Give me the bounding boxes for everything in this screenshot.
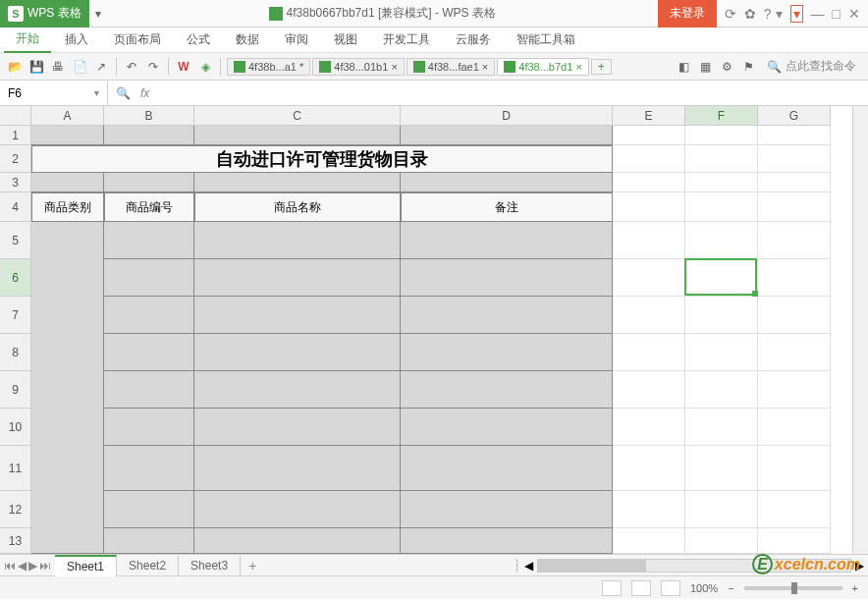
- zoom-value[interactable]: 100%: [690, 582, 718, 594]
- sheet-last-icon[interactable]: ⏭: [39, 559, 51, 573]
- cell-E13[interactable]: [613, 528, 685, 554]
- row-header-8[interactable]: 8: [0, 334, 31, 371]
- row-header-10[interactable]: 10: [0, 409, 31, 446]
- ribbon-tab-smart[interactable]: 智能工具箱: [505, 27, 587, 52]
- row-header-9[interactable]: 9: [0, 371, 31, 409]
- cell-C9[interactable]: [194, 371, 401, 409]
- ribbon-tab-start[interactable]: 开始: [4, 27, 51, 53]
- row-header-13[interactable]: 13: [0, 528, 31, 554]
- cell-C11[interactable]: [194, 446, 401, 491]
- export-icon[interactable]: ↗: [92, 58, 110, 76]
- ribbon-tab-formula[interactable]: 公式: [175, 27, 222, 52]
- cell-E6[interactable]: [613, 259, 685, 297]
- cell-G3[interactable]: [758, 173, 831, 192]
- cell-C7[interactable]: [194, 297, 401, 334]
- cell-B10[interactable]: [104, 409, 194, 446]
- cell-D9[interactable]: [401, 371, 613, 409]
- settings-icon[interactable]: ▦: [696, 58, 714, 76]
- cell-E8[interactable]: [613, 334, 685, 371]
- row-header-12[interactable]: 12: [0, 491, 31, 528]
- cell-A7[interactable]: [31, 297, 104, 334]
- ribbon-toggle-icon[interactable]: ▾: [790, 5, 803, 23]
- cell-E2[interactable]: [613, 145, 685, 173]
- view-normal-icon[interactable]: [602, 580, 622, 596]
- cell-F5[interactable]: [685, 222, 758, 259]
- close-button[interactable]: ✕: [848, 6, 860, 22]
- cell-A6[interactable]: [31, 259, 104, 297]
- view-break-icon[interactable]: [661, 580, 680, 596]
- col-header-E[interactable]: E: [613, 106, 685, 126]
- wps-w-icon[interactable]: W: [175, 58, 192, 76]
- name-box-dropdown-icon[interactable]: ▾: [94, 87, 99, 98]
- fx-search-icon[interactable]: 🔍: [116, 86, 131, 100]
- cell-B8[interactable]: [104, 334, 194, 371]
- cell-A11[interactable]: [31, 446, 104, 491]
- hscroll-thumb[interactable]: [538, 560, 646, 572]
- row-header-7[interactable]: 7: [0, 297, 31, 334]
- cell-G7[interactable]: [758, 297, 831, 334]
- app-badge[interactable]: S WPS 表格: [0, 0, 89, 27]
- doc-tab[interactable]: 4f38...01b1 ×: [312, 58, 405, 76]
- cell-B7[interactable]: [104, 297, 194, 334]
- row-header-11[interactable]: 11: [0, 446, 31, 491]
- name-box[interactable]: F6 ▾: [0, 81, 108, 105]
- cell-D7[interactable]: [401, 297, 613, 334]
- doc-tab[interactable]: 4f38...fae1 ×: [407, 58, 495, 76]
- cell-G4[interactable]: [758, 192, 831, 222]
- cell-F11[interactable]: [685, 446, 758, 491]
- cell-C13[interactable]: [194, 528, 401, 554]
- cell-E12[interactable]: [613, 491, 685, 528]
- cell-C5[interactable]: [194, 222, 401, 259]
- cell-B13[interactable]: [104, 528, 194, 554]
- print-icon[interactable]: 🖶: [49, 58, 67, 76]
- command-search[interactable]: 🔍 点此查找命令: [761, 58, 862, 75]
- cube-icon[interactable]: ◈: [196, 58, 214, 76]
- ribbon-tab-data[interactable]: 数据: [224, 27, 271, 52]
- sheet-tab-2[interactable]: Sheet2: [117, 556, 179, 575]
- cell-G9[interactable]: [758, 371, 831, 409]
- ribbon-tab-layout[interactable]: 页面布局: [102, 27, 173, 52]
- col-header-F[interactable]: F: [685, 106, 758, 126]
- cell-A5[interactable]: [31, 222, 104, 259]
- cell-A9[interactable]: [31, 371, 104, 409]
- cell-E11[interactable]: [613, 446, 685, 491]
- sync-icon[interactable]: ⟳: [725, 6, 736, 22]
- cell-A8[interactable]: [31, 334, 104, 371]
- cell-C3[interactable]: [194, 173, 401, 192]
- cell-G6[interactable]: [758, 259, 831, 297]
- save-icon[interactable]: 💾: [27, 58, 45, 76]
- sheet-prev-icon[interactable]: ◀: [18, 559, 27, 573]
- row-header-3[interactable]: 3: [0, 173, 31, 192]
- sheet-first-icon[interactable]: ⏮: [4, 559, 16, 573]
- ribbon-tab-dev[interactable]: 开发工具: [371, 27, 442, 52]
- cell-D8[interactable]: [401, 334, 613, 371]
- cell-G13[interactable]: [758, 528, 831, 554]
- cell-E5[interactable]: [613, 222, 685, 259]
- cell-F1[interactable]: [685, 126, 758, 145]
- cell-G12[interactable]: [758, 491, 831, 528]
- cell-A12[interactable]: [31, 491, 104, 528]
- cell-F8[interactable]: [685, 334, 758, 371]
- cell-A2[interactable]: 自动进口许可管理货物目录: [31, 145, 613, 173]
- undo-icon[interactable]: ↶: [123, 58, 140, 76]
- cell-C1[interactable]: [194, 126, 401, 145]
- cell-B4[interactable]: 商品编号: [104, 192, 194, 222]
- cell-B3[interactable]: [104, 173, 194, 192]
- sheet-tab-3[interactable]: Sheet3: [179, 556, 241, 575]
- login-button[interactable]: 未登录: [658, 0, 717, 27]
- cell-G8[interactable]: [758, 334, 831, 371]
- cells-grid[interactable]: 自动进口许可管理货物目录商品类别商品编号商品名称备注: [31, 126, 831, 554]
- cell-A4[interactable]: 商品类别: [31, 192, 104, 222]
- cell-F13[interactable]: [685, 528, 758, 554]
- ribbon-tab-view[interactable]: 视图: [322, 27, 369, 52]
- zoom-out-icon[interactable]: −: [728, 582, 733, 594]
- fx-label[interactable]: fx: [140, 86, 149, 100]
- hscroll-left-icon[interactable]: ◀: [524, 559, 533, 573]
- cell-A3[interactable]: [31, 173, 104, 192]
- cell-E9[interactable]: [613, 371, 685, 409]
- cell-D5[interactable]: [401, 222, 613, 259]
- window-icon[interactable]: ◧: [675, 58, 692, 76]
- ribbon-tab-insert[interactable]: 插入: [53, 27, 100, 52]
- zoom-in-icon[interactable]: +: [852, 582, 858, 594]
- redo-icon[interactable]: ↷: [144, 58, 162, 76]
